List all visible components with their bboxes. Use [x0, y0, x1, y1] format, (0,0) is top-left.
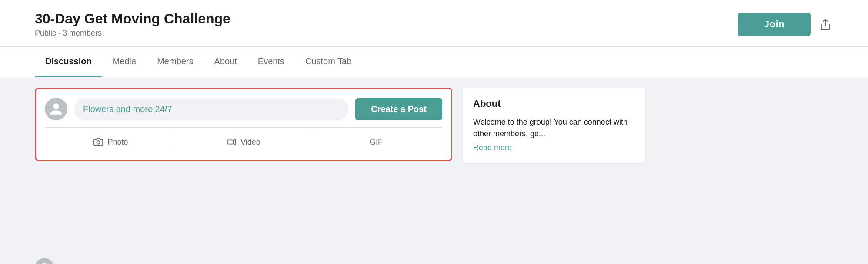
camera-icon — [93, 137, 103, 147]
group-subtitle: Public · 3 members — [35, 29, 230, 38]
tab-about[interactable]: About — [204, 47, 247, 77]
tab-custom-tab[interactable]: Custom Tab — [295, 47, 362, 77]
create-post-button[interactable]: Create a Post — [355, 98, 442, 120]
small-avatar-icon — [39, 262, 50, 264]
tab-media[interactable]: Media — [102, 47, 147, 77]
page-container: 30-Day Get Moving Challenge Public · 3 m… — [0, 0, 868, 264]
tab-members[interactable]: Members — [147, 47, 204, 77]
post-creation-box: Create a Post Photo — [35, 88, 452, 161]
tab-discussion[interactable]: Discussion — [35, 47, 102, 77]
header-actions: Join — [738, 13, 833, 36]
about-card-title: About — [473, 98, 635, 109]
photo-action-button[interactable]: Photo — [45, 133, 177, 151]
svg-point-1 — [97, 141, 100, 144]
right-column: About Welcome to the group! You can conn… — [463, 88, 645, 241]
about-card: About Welcome to the group! You can conn… — [463, 88, 645, 163]
tabs-container: Discussion Media Members About Events Cu… — [0, 47, 868, 77]
join-button[interactable]: Join — [738, 13, 811, 36]
svg-rect-2 — [227, 140, 234, 144]
post-input[interactable] — [74, 98, 348, 120]
bottom-post-row — [35, 251, 833, 264]
gif-action-button[interactable]: GIF — [310, 133, 442, 151]
share-button[interactable] — [818, 16, 833, 32]
about-description: Welcome to the group! You can connect wi… — [473, 116, 635, 140]
avatar-icon — [49, 102, 63, 116]
main-content: Create a Post Photo — [0, 77, 868, 251]
video-icon — [227, 137, 236, 147]
group-title-area: 30-Day Get Moving Challenge Public · 3 m… — [35, 10, 230, 38]
group-title: 30-Day Get Moving Challenge — [35, 10, 230, 27]
video-action-button[interactable]: Video — [177, 133, 310, 151]
small-avatar — [35, 258, 54, 264]
post-input-row: Create a Post — [45, 98, 442, 128]
left-column: Create a Post Photo — [35, 88, 452, 241]
group-header: 30-Day Get Moving Challenge Public · 3 m… — [0, 0, 868, 47]
tab-events[interactable]: Events — [247, 47, 295, 77]
user-avatar — [45, 98, 67, 120]
read-more-link[interactable]: Read more — [473, 143, 512, 152]
bottom-content — [0, 251, 868, 264]
share-icon — [819, 18, 831, 30]
post-actions-row: Photo Video GIF — [45, 128, 442, 151]
